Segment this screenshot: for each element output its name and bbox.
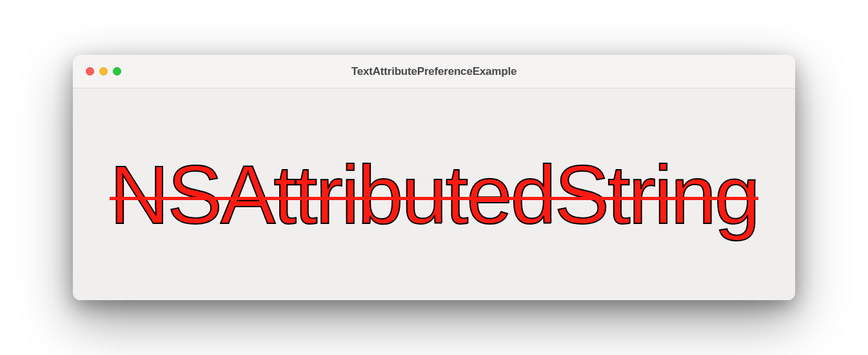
attributed-string-text: NSAttributedString xyxy=(110,147,758,242)
app-window: TextAttributePreferenceExample NSAttribu… xyxy=(73,55,795,300)
window-title: TextAttributePreferenceExample xyxy=(351,65,517,78)
content-area: NSAttributedString xyxy=(73,88,795,300)
maximize-button[interactable] xyxy=(113,67,121,76)
close-button[interactable] xyxy=(86,67,94,76)
traffic-lights xyxy=(73,67,121,76)
titlebar: TextAttributePreferenceExample xyxy=(73,55,795,88)
minimize-button[interactable] xyxy=(99,67,108,76)
